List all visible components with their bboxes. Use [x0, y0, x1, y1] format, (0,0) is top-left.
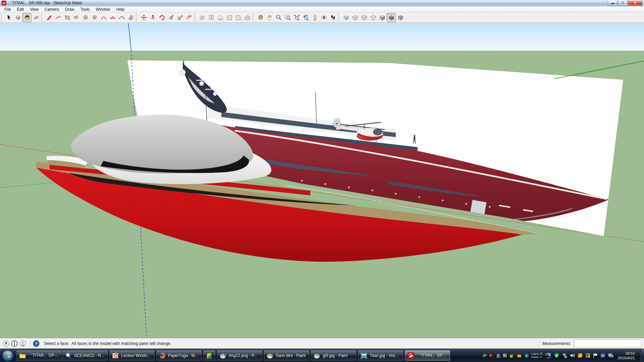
ime-toolbox-icon[interactable]	[517, 353, 522, 358]
zoom-tool-button[interactable]	[274, 13, 283, 22]
select-tool-button[interactable]	[4, 13, 13, 22]
wireframe-style-button[interactable]	[360, 13, 369, 22]
offset-tool-button[interactable]	[184, 13, 194, 22]
start-button[interactable]	[2, 350, 14, 362]
ime-tools-icon[interactable]	[509, 353, 515, 358]
look-around-tool-button[interactable]	[319, 13, 328, 22]
position-camera-tool-button[interactable]	[310, 13, 319, 22]
volume-icon[interactable]	[570, 353, 575, 358]
ime-help-icon[interactable]: ?	[524, 353, 529, 358]
top-view-button[interactable]	[207, 13, 216, 22]
back-view-button[interactable]	[243, 13, 252, 22]
rectangle-tool-button[interactable]	[63, 13, 72, 22]
shaded-with-textures-style-button[interactable]	[387, 13, 396, 22]
action-center-shield-icon[interactable]	[554, 353, 559, 358]
close-button[interactable]: ✕	[628, 1, 642, 6]
toolbar-drag-handle[interactable]	[1, 13, 3, 21]
left-view-button[interactable]	[234, 13, 243, 22]
scale-tool-button[interactable]	[175, 13, 184, 22]
walk-tool-button[interactable]	[328, 13, 337, 22]
taskbar-button-paint-sans-titre[interactable]: Sans titre - Paint	[264, 350, 310, 361]
push-pull-tool-button[interactable]	[148, 13, 157, 22]
modeling-viewport[interactable]	[0, 23, 644, 338]
taskbar-button-media-player[interactable]: Lecteur Windo...	[109, 350, 155, 361]
menu-view[interactable]: View	[27, 7, 42, 12]
follow-me-tool-button[interactable]	[166, 13, 175, 22]
scene-canvas[interactable]	[0, 23, 644, 338]
taskbar-button-label: gf3.jpg - Paint	[323, 353, 354, 358]
line-tool-button[interactable]	[45, 13, 54, 22]
journal-note-icon[interactable]	[577, 353, 583, 358]
zoom-window-tool-button[interactable]	[283, 13, 292, 22]
two-point-arc-tool-button[interactable]	[108, 13, 117, 22]
sign-in-icon[interactable]	[19, 340, 26, 347]
component-icon	[15, 14, 21, 21]
polygon-tool-button[interactable]	[90, 13, 99, 22]
paint-bucket-button[interactable]	[22, 13, 32, 22]
menu-draw[interactable]: Draw	[62, 7, 77, 12]
taskbar-clock[interactable]: 18:51 2016/4/21	[616, 351, 638, 360]
circle-tool-button[interactable]	[81, 13, 90, 22]
orbit-tool-button[interactable]	[256, 13, 265, 22]
menu-window[interactable]: Window	[93, 7, 113, 12]
right-view-button[interactable]	[225, 13, 234, 22]
ime-input-mode[interactable]: あ	[496, 353, 500, 359]
pie-tool-button[interactable]	[126, 13, 135, 22]
windows-update-icon[interactable]	[585, 353, 591, 358]
taskbar-button-firefox[interactable]: PaperTuga - M...	[156, 350, 202, 361]
freehand-tool-button[interactable]	[54, 13, 63, 22]
taskbar-button-photo-viewer-titan[interactable]: Titan.jpg - Visi...	[358, 350, 404, 361]
offset-icon	[186, 14, 193, 21]
iso-view-button[interactable]	[198, 13, 207, 22]
taskbar-button-explorer-titan[interactable]: 「TITAN」 DP-...	[16, 350, 62, 361]
ime-user-dictionary-icon[interactable]	[489, 353, 494, 358]
hidden-icons-button[interactable]: i	[544, 352, 552, 359]
show-desktop-button[interactable]	[640, 349, 644, 362]
maximize-button[interactable]: ❐	[618, 1, 628, 6]
pan-tool-button[interactable]	[265, 13, 274, 22]
rotated-rectangle-tool-button[interactable]	[72, 13, 81, 22]
taskbar-button-paint-gf3[interactable]: gf3.jpg - Paint	[311, 350, 357, 361]
taskbar: 「TITAN」 DP-... OCEANCO - R... Lecteur Wi…	[0, 349, 644, 362]
eraser-button[interactable]	[32, 13, 41, 22]
title-bar[interactable]: 「TITAN」 DP-055.skp - SketchUp Make ▬ ❐ ✕	[0, 0, 644, 6]
language-indicator[interactable]: JP	[483, 354, 487, 358]
xray-style-button[interactable]	[341, 13, 351, 22]
menu-help[interactable]: Help	[113, 7, 127, 12]
geolocation-icon[interactable]	[3, 340, 9, 347]
svg-text:?: ?	[526, 354, 528, 357]
help-icon[interactable]: ?	[33, 340, 40, 347]
measurements-input[interactable]	[574, 340, 641, 347]
action-center-flag-icon[interactable]	[593, 353, 598, 358]
top-view-icon	[208, 14, 215, 21]
monochrome-style-button[interactable]	[396, 13, 405, 22]
taskbar-button-sketchup[interactable]: 「TITAN」 DP...	[405, 350, 450, 361]
ime-caps-kana-indicator[interactable]: CAPS❐ KANA▼	[531, 353, 542, 359]
taskbar-button-search-oceanco[interactable]: OCEANCO - R...	[62, 350, 108, 361]
shaded-style-button[interactable]	[378, 13, 387, 22]
move-tool-button[interactable]	[139, 13, 148, 22]
ime-pad-icon[interactable]	[600, 353, 606, 358]
safely-remove-hardware-icon[interactable]	[561, 353, 568, 359]
arc-tool-button[interactable]	[99, 13, 108, 22]
shaded-style-icon	[379, 14, 386, 21]
hidden-line-style-button[interactable]	[369, 13, 378, 22]
minimize-button[interactable]: ▬	[608, 1, 618, 6]
ime-conversion-mode[interactable]: 般	[503, 353, 507, 359]
menu-file[interactable]: File	[1, 7, 14, 12]
kana-label: KANA	[531, 356, 539, 359]
network-icon[interactable]	[608, 353, 614, 359]
three-point-arc-tool-button[interactable]	[117, 13, 126, 22]
make-component-button[interactable]	[13, 13, 22, 22]
rotate-tool-button[interactable]	[157, 13, 166, 22]
back-edges-style-button[interactable]	[351, 13, 360, 22]
menu-camera[interactable]: Camera	[42, 7, 62, 12]
front-view-button[interactable]	[216, 13, 225, 22]
zoom-extents-tool-button[interactable]	[292, 13, 301, 22]
taskbar-button-filmstrip[interactable]	[203, 350, 216, 361]
claim-credit-icon[interactable]	[11, 340, 18, 347]
menu-tools[interactable]: Tools	[77, 7, 93, 12]
zoom-previous-tool-button[interactable]	[301, 13, 310, 22]
menu-edit[interactable]: Edit	[14, 7, 27, 12]
taskbar-button-paint-mrg12[interactable]: mrg12.png - P...	[217, 350, 263, 361]
